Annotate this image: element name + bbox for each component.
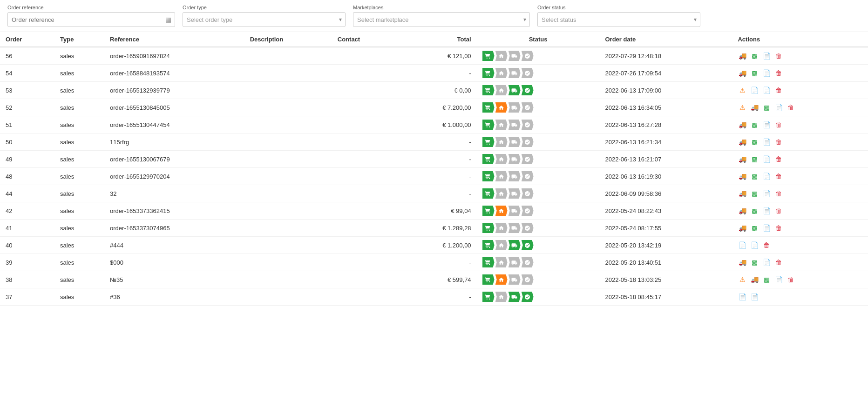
action-file-icon[interactable]: 📄 bbox=[762, 172, 771, 181]
status-step bbox=[482, 85, 495, 95]
cell-type: sales bbox=[54, 254, 104, 271]
status-step bbox=[495, 240, 508, 250]
action-truck-icon[interactable]: 🚚 bbox=[750, 103, 759, 112]
action-delete-icon[interactable]: 🗑 bbox=[786, 103, 795, 112]
action-chart-icon[interactable]: ▩ bbox=[750, 137, 759, 147]
cell-reference: 115rfrg bbox=[104, 133, 244, 151]
action-truck-icon[interactable]: 🚚 bbox=[738, 137, 747, 147]
action-file-icon[interactable]: 📄 bbox=[750, 86, 759, 95]
action-delete-icon[interactable]: 🗑 bbox=[774, 86, 783, 95]
cell-status bbox=[477, 271, 600, 288]
action-warning-icon[interactable]: ⚠ bbox=[738, 103, 747, 112]
action-truck-icon[interactable]: 🚚 bbox=[738, 206, 747, 215]
order-type-select[interactable]: Select order type bbox=[183, 12, 346, 27]
action-file-orange-icon[interactable]: 📄 bbox=[762, 86, 771, 95]
cell-actions: 🚚▩📄🗑 bbox=[732, 116, 868, 133]
action-chart-icon[interactable]: ▩ bbox=[750, 223, 759, 233]
action-truck-icon[interactable]: 🚚 bbox=[738, 51, 747, 60]
action-file-icon[interactable]: 📄 bbox=[774, 103, 783, 112]
action-file-orange-icon[interactable]: 📄 bbox=[750, 292, 759, 301]
action-file-icon[interactable]: 📄 bbox=[738, 240, 747, 250]
action-truck-icon[interactable]: 🚚 bbox=[738, 223, 747, 233]
action-file-icon[interactable]: 📄 bbox=[774, 275, 783, 284]
action-file-icon[interactable]: 📄 bbox=[762, 120, 771, 129]
marketplaces-select[interactable]: Select marketplace bbox=[353, 12, 530, 27]
action-file-icon[interactable]: 📄 bbox=[762, 258, 771, 267]
cell-total: - bbox=[398, 185, 476, 202]
action-truck-icon[interactable]: 🚚 bbox=[738, 189, 747, 198]
action-delete-icon[interactable]: 🗑 bbox=[774, 137, 783, 147]
cell-actions: 🚚▩📄🗑 bbox=[732, 133, 868, 151]
action-file-icon[interactable]: 📄 bbox=[762, 51, 771, 60]
status-step bbox=[522, 240, 534, 250]
action-delete-icon[interactable]: 🗑 bbox=[774, 189, 783, 198]
action-delete-icon[interactable]: 🗑 bbox=[774, 172, 783, 181]
order-status-select[interactable]: Select status bbox=[537, 12, 700, 27]
action-truck-icon[interactable]: 🚚 bbox=[738, 68, 747, 78]
cell-order-id: 52 bbox=[0, 99, 54, 116]
action-chart-icon[interactable]: ▩ bbox=[750, 172, 759, 181]
order-reference-input[interactable] bbox=[7, 12, 175, 27]
action-chart-icon[interactable]: ▩ bbox=[750, 206, 759, 215]
order-reference-label: Order reference bbox=[7, 5, 175, 10]
action-file-icon[interactable]: 📄 bbox=[762, 137, 771, 147]
order-reference-group: Order reference ▦ bbox=[7, 5, 175, 27]
action-delete-icon[interactable]: 🗑 bbox=[774, 68, 783, 78]
action-delete-icon[interactable]: 🗑 bbox=[774, 258, 783, 267]
action-truck-icon[interactable]: 🚚 bbox=[738, 154, 747, 164]
col-status: Status bbox=[477, 32, 600, 47]
action-file-icon[interactable]: 📄 bbox=[762, 154, 771, 164]
action-delete-icon[interactable]: 🗑 bbox=[762, 240, 771, 250]
action-chart-icon[interactable]: ▩ bbox=[762, 103, 771, 112]
action-file-icon[interactable]: 📄 bbox=[762, 206, 771, 215]
cell-date: 2022-05-20 13:42:19 bbox=[599, 237, 732, 254]
cell-order-id: 44 bbox=[0, 185, 54, 202]
cell-type: sales bbox=[54, 99, 104, 116]
cell-status bbox=[477, 133, 600, 151]
action-truck-icon[interactable]: 🚚 bbox=[738, 172, 747, 181]
table-row: 44 sales 32 - 2022-06-09 09:58:36 🚚▩📄🗑 bbox=[0, 185, 868, 202]
action-truck-icon[interactable]: 🚚 bbox=[738, 120, 747, 129]
status-step bbox=[482, 137, 495, 147]
cell-contact bbox=[332, 271, 399, 288]
action-file-orange-icon[interactable]: 📄 bbox=[750, 240, 759, 250]
cell-date: 2022-07-29 12:48:18 bbox=[599, 47, 732, 65]
action-truck-icon[interactable]: 🚚 bbox=[750, 275, 759, 284]
action-chart-icon[interactable]: ▩ bbox=[750, 154, 759, 164]
marketplaces-label: Marketplaces bbox=[353, 5, 530, 10]
cell-reference: order-1655130447454 bbox=[104, 116, 244, 133]
cell-status bbox=[477, 82, 600, 99]
action-delete-icon[interactable]: 🗑 bbox=[774, 51, 783, 60]
action-file-icon[interactable]: 📄 bbox=[762, 189, 771, 198]
status-step bbox=[509, 223, 521, 233]
action-warning-icon[interactable]: ⚠ bbox=[738, 86, 747, 95]
action-chart-icon[interactable]: ▩ bbox=[762, 275, 771, 284]
action-warning-icon[interactable]: ⚠ bbox=[738, 275, 747, 284]
cell-type: sales bbox=[54, 202, 104, 220]
status-step bbox=[495, 120, 508, 130]
cell-type: sales bbox=[54, 116, 104, 133]
action-chart-icon[interactable]: ▩ bbox=[750, 120, 759, 129]
action-chart-icon[interactable]: ▩ bbox=[750, 51, 759, 60]
cell-contact bbox=[332, 254, 399, 271]
cell-order-id: 39 bbox=[0, 254, 54, 271]
cell-actions: 🚚▩📄🗑 bbox=[732, 151, 868, 168]
cell-description bbox=[244, 168, 332, 185]
action-file-icon[interactable]: 📄 bbox=[762, 68, 771, 78]
action-file-icon[interactable]: 📄 bbox=[762, 223, 771, 233]
status-step bbox=[495, 292, 508, 302]
cell-contact bbox=[332, 65, 399, 82]
cell-reference: order-1655129970204 bbox=[104, 168, 244, 185]
order-type-group: Order type Select order type bbox=[183, 5, 346, 27]
action-delete-icon[interactable]: 🗑 bbox=[774, 223, 783, 233]
action-delete-icon[interactable]: 🗑 bbox=[774, 154, 783, 164]
action-delete-icon[interactable]: 🗑 bbox=[786, 275, 795, 284]
action-truck-icon[interactable]: 🚚 bbox=[738, 258, 747, 267]
action-chart-icon[interactable]: ▩ bbox=[750, 258, 759, 267]
action-delete-icon[interactable]: 🗑 bbox=[774, 120, 783, 129]
action-file-icon[interactable]: 📄 bbox=[738, 292, 747, 301]
action-chart-icon[interactable]: ▩ bbox=[750, 189, 759, 198]
action-chart-icon[interactable]: ▩ bbox=[750, 68, 759, 78]
action-delete-icon[interactable]: 🗑 bbox=[774, 206, 783, 215]
cell-actions: 🚚▩📄🗑 bbox=[732, 220, 868, 237]
